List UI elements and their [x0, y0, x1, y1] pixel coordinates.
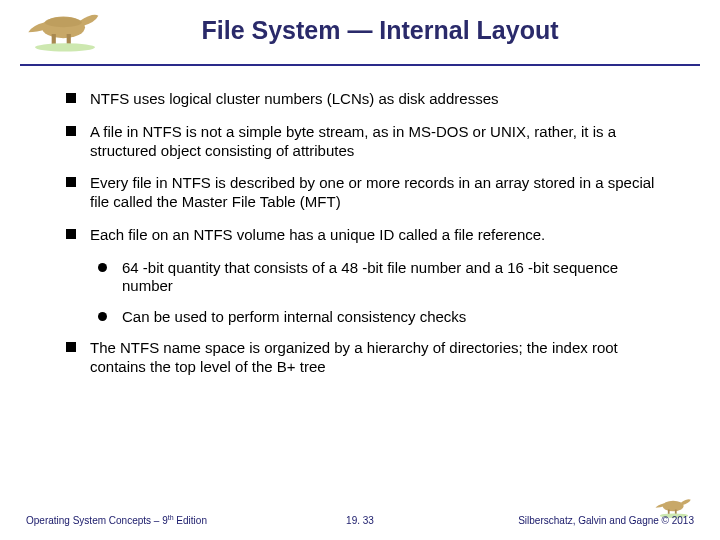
bullet-item: The NTFS name space is organized by a hi… — [66, 339, 670, 377]
sub-bullet-item: Can be used to perform internal consiste… — [98, 308, 670, 327]
bullet-item: NTFS uses logical cluster numbers (LCNs)… — [66, 90, 670, 109]
bullet-item: Each file on an NTFS volume has a unique… — [66, 226, 670, 245]
footer-left: Operating System Concepts – 9th Edition — [26, 514, 207, 526]
svg-point-5 — [663, 501, 684, 512]
bullet-item: A file in NTFS is not a simple byte stre… — [66, 123, 670, 161]
bullet-text: 64 -bit quantity that consists of a 48 -… — [122, 259, 618, 295]
bullet-text: Can be used to perform internal consiste… — [122, 308, 466, 325]
sub-bullet-item: 64 -bit quantity that consists of a 48 -… — [98, 259, 670, 297]
bullet-text: Each file on an NTFS volume has a unique… — [90, 226, 545, 243]
bullet-text: The NTFS name space is organized by a hi… — [90, 339, 618, 375]
bullet-text: Every file in NTFS is described by one o… — [90, 174, 654, 210]
footer-left-post: Edition — [174, 515, 207, 526]
bullet-text: A file in NTFS is not a simple byte stre… — [90, 123, 616, 159]
footer-center: 19. 33 — [346, 515, 374, 526]
bullet-item: Every file in NTFS is described by one o… — [66, 174, 670, 212]
footer-right: Silberschatz, Galvin and Gagne © 2013 — [518, 515, 694, 526]
footer-left-pre: Operating System Concepts – 9 — [26, 515, 168, 526]
slide-header: File System — Internal Layout — [0, 0, 720, 60]
svg-point-4 — [45, 17, 82, 27]
bullet-text: NTFS uses logical cluster numbers (LCNs)… — [90, 90, 498, 107]
svg-point-3 — [35, 43, 95, 51]
slide-body: NTFS uses logical cluster numbers (LCNs)… — [0, 66, 720, 376]
dinosaur-icon — [20, 4, 110, 54]
